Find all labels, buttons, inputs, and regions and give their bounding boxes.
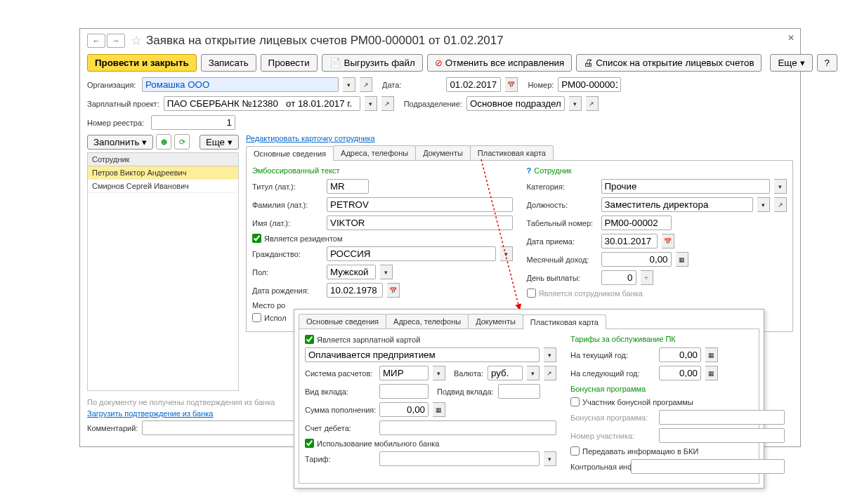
salary-card-checkbox[interactable]: Является зарплатной картой [305,335,420,344]
employee-list: Сотрудник Петров Виктор Андреевич Смирно… [87,152,239,391]
citizen-input[interactable] [327,246,496,261]
dept-label: Подразделение: [404,100,462,108]
tab-addresses[interactable]: Адреса, телефоны [333,145,416,160]
dept-dropdown[interactable]: ▾ [569,96,582,111]
tab-card[interactable]: Пластиковая карта [470,145,554,160]
org-input[interactable] [142,77,339,92]
birth-input[interactable] [327,283,383,298]
calendar-icon[interactable]: 📅 [662,234,674,248]
registry-input[interactable] [151,115,235,130]
process-button[interactable]: Провести [261,54,318,72]
tab-documents[interactable]: Документы [415,145,471,160]
tab-card-2[interactable]: Пластиковая карта [523,314,606,329]
project-dropdown[interactable]: ▾ [365,96,377,111]
ispol-checkbox[interactable]: Испол [252,313,287,322]
bki-checkbox[interactable]: Передавать информацию в БКИ [570,446,698,456]
cur-year-input[interactable] [659,347,701,362]
debit-input[interactable] [379,420,556,435]
dept-open[interactable]: ↗ [586,96,599,111]
bonus-member-checkbox[interactable]: Участник бонусной программы [570,397,693,406]
process-close-button[interactable]: Провести и закрыть [87,54,197,72]
topup-input[interactable] [379,402,429,417]
more-button-left[interactable]: Еще ▾ [200,135,239,150]
forward-button[interactable]: → [107,34,125,48]
dept-input[interactable] [466,96,565,111]
page-title: Заявка на открытие лицевых счетов РМ00-0… [146,34,504,48]
mobile-bank-checkbox[interactable]: Использование мобильного банка [305,439,439,448]
add-button[interactable]: ⊕ [156,134,171,150]
card-overlay: Основные сведения Адреса, телефоны Докум… [294,309,764,489]
number-label: Номер: [528,81,554,89]
surname-lat-input[interactable] [327,197,513,212]
back-button[interactable]: ← [87,34,105,48]
income-input[interactable] [601,252,672,267]
tab-addresses-2[interactable]: Адреса, телефоны [386,314,469,329]
list-item[interactable]: Петров Виктор Андреевич [88,166,238,180]
tabs: Основные сведения Адреса, телефоны Докум… [246,145,793,161]
project-open[interactable]: ↗ [381,96,394,111]
org-open[interactable]: ↗ [360,77,372,92]
save-button[interactable]: Записать [201,54,256,72]
emboss-title: Эмбоссированный текст [252,166,513,175]
cancel-fixes-button[interactable]: ⊘Отменить все исправления [427,54,572,72]
tariff-input[interactable] [379,451,540,466]
doc-icon: 📄 [329,58,341,68]
date-label: Дата: [382,81,401,89]
payday-input[interactable] [601,270,636,285]
control-input[interactable] [631,459,785,474]
more-button[interactable]: Еще ▾ [770,54,812,72]
date-picker[interactable]: 📅 [505,77,518,92]
hire-input[interactable] [601,234,658,248]
bonus-prog-input[interactable] [659,410,785,425]
date-input[interactable] [446,77,501,92]
star-icon[interactable]: ☆ [131,33,142,48]
comment-input[interactable] [142,420,318,435]
cancel-icon: ⊘ [435,58,443,68]
position-input[interactable] [601,197,754,212]
project-label: Зарплатный проект: [87,100,159,108]
subdeposit-input[interactable] [498,384,540,399]
resident-checkbox[interactable]: Является резидентом [252,234,342,243]
edit-card-link[interactable]: Редактировать карточку сотрудника [246,134,375,142]
org-label: Организация: [87,81,138,89]
tabno-input[interactable] [601,215,672,230]
tab-main-2[interactable]: Основные сведения [299,314,386,329]
next-year-input[interactable] [659,366,701,380]
fill-button[interactable]: Заполнить ▾ [87,135,153,150]
org-dropdown[interactable]: ▾ [343,77,355,92]
help-icon[interactable]: ? [527,166,532,175]
category-input[interactable] [601,179,771,194]
title-lat-input[interactable] [327,179,369,194]
list-header: Сотрудник [88,153,238,166]
name-lat-input[interactable] [327,215,513,230]
calendar-icon[interactable]: 📅 [387,283,400,298]
sex-input[interactable] [327,265,376,279]
sys-input[interactable] [379,366,429,380]
export-file-button[interactable]: 📄Выгрузить файл [322,54,423,72]
list-item[interactable]: Смирнов Сергей Иванович [88,180,238,193]
close-icon[interactable]: ✕ [788,33,795,43]
project-input[interactable] [164,96,360,111]
deposit-input[interactable] [379,384,429,399]
member-no-input[interactable] [659,428,785,443]
tab-documents-2[interactable]: Документы [468,314,523,329]
tab-main[interactable]: Основные сведения [246,146,334,161]
load-confirm-link[interactable]: Загрузить подтверждение из банка [87,409,213,418]
curr-input[interactable] [488,366,523,380]
registry-label: Номер реестра: [87,119,147,127]
refresh-button[interactable]: ⟳ [174,134,190,150]
number-input[interactable] [558,77,621,92]
help-button[interactable]: ? [817,54,837,72]
open-list-button[interactable]: 🖨Список на открытие лицевых счетов [576,54,762,72]
printer-icon: 🖨 [584,58,593,68]
paid-by-input[interactable] [305,347,540,362]
bank-emp-checkbox[interactable]: Является сотрудником банка [527,289,643,298]
